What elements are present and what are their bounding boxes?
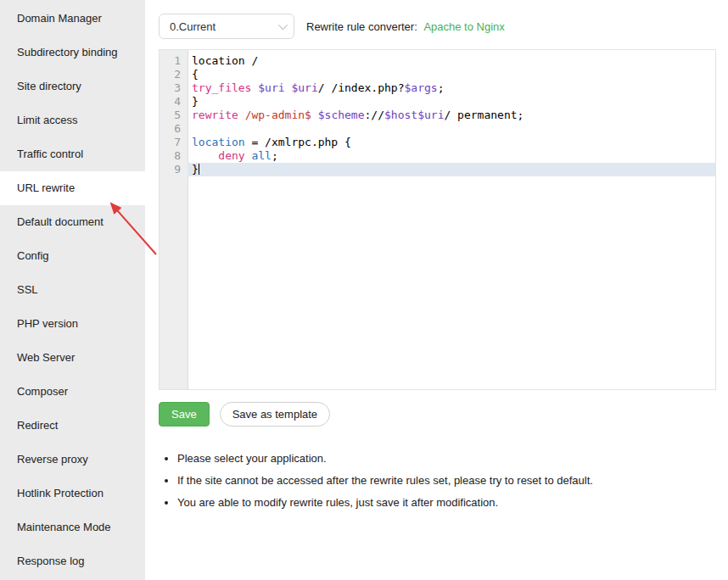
sidebar-item-url-rewrite[interactable]: URL rewrite [0, 171, 145, 205]
note-item: You are able to modify rewrite rules, ju… [177, 496, 716, 509]
sidebar-item-web-server[interactable]: Web Server [0, 341, 145, 375]
sidebar-item-traffic-control[interactable]: Traffic control [0, 137, 145, 171]
rule-version-dropdown[interactable]: 0.Current [159, 14, 294, 39]
editor-line-8[interactable]: 8 deny all; [160, 149, 715, 163]
rewrite-converter: Rewrite rule converter: Apache to Nginx [306, 20, 505, 33]
line-number: 1 [160, 54, 188, 68]
line-number: 2 [160, 68, 188, 81]
sidebar-item-default-document[interactable]: Default document [0, 205, 145, 239]
editor-line-9[interactable]: 9} [160, 163, 715, 176]
code-text: } [188, 163, 715, 176]
save-button[interactable]: Save [159, 402, 210, 427]
code-text: location / [188, 54, 715, 68]
sidebar-item-domain-manager[interactable]: Domain Manager [0, 2, 145, 36]
code-editor[interactable]: 1location /2{3try_files $uri $uri/ /inde… [159, 49, 716, 390]
sidebar-item-php-version[interactable]: PHP version [0, 307, 145, 341]
converter-label: Rewrite rule converter: [306, 20, 417, 33]
sidebar-item-maintenance-mode[interactable]: Maintenance Mode [0, 510, 145, 544]
editor-line-1[interactable]: 1location / [160, 54, 715, 68]
sidebar-item-config[interactable]: Config [0, 239, 145, 273]
code-text: rewrite /wp-admin$ $scheme://$host$uri/ … [188, 109, 715, 122]
line-number: 8 [160, 149, 188, 163]
rule-version-dropdown-value: 0.Current [170, 20, 216, 33]
sidebar-item-hotlink-protection[interactable]: Hotlink Protection [0, 477, 145, 510]
sidebar-item-composer[interactable]: Composer [0, 375, 145, 409]
main-content: 0.Current Rewrite rule converter: Apache… [145, 0, 728, 580]
editor-line-5[interactable]: 5rewrite /wp-admin$ $scheme://$host$uri/… [160, 109, 715, 122]
help-notes: Please select your application.If the si… [177, 452, 716, 509]
code-text [188, 122, 715, 136]
code-text: location = /xmlrpc.php { [188, 136, 715, 149]
editor-line-4[interactable]: 4} [160, 95, 715, 109]
sidebar-item-ssl[interactable]: SSL [0, 273, 145, 307]
sidebar-item-subdirectory-binding[interactable]: Subdirectory binding [0, 36, 145, 70]
converter-link-apache-to-nginx[interactable]: Apache to Nginx [423, 20, 504, 33]
code-text: } [188, 95, 715, 109]
note-item: If the site cannot be accessed after the… [177, 474, 716, 487]
code-text: { [188, 68, 715, 81]
sidebar-item-site-directory[interactable]: Site directory [0, 70, 145, 103]
sidebar: Domain ManagerSubdirectory bindingSite d… [0, 0, 145, 580]
editor-toolbar: 0.Current Rewrite rule converter: Apache… [159, 14, 716, 39]
line-number: 9 [160, 163, 188, 176]
line-number: 7 [160, 136, 188, 149]
code-text: deny all; [188, 149, 715, 163]
action-buttons: Save Save as template [159, 402, 716, 427]
sidebar-item-response-log[interactable]: Response log [0, 544, 145, 578]
line-number: 6 [160, 122, 188, 136]
line-number: 3 [160, 81, 188, 95]
chevron-down-icon [278, 20, 288, 30]
sidebar-item-reverse-proxy[interactable]: Reverse proxy [0, 443, 145, 477]
editor-line-7[interactable]: 7location = /xmlrpc.php { [160, 136, 715, 149]
line-number: 4 [160, 95, 188, 109]
code-text: try_files $uri $uri/ /index.php?$args; [188, 81, 715, 95]
save-as-template-button[interactable]: Save as template [220, 402, 330, 427]
editor-line-2[interactable]: 2{ [160, 68, 715, 81]
app-window: Domain ManagerSubdirectory bindingSite d… [0, 0, 728, 580]
note-item: Please select your application. [177, 452, 716, 465]
editor-line-6[interactable]: 6 [160, 122, 715, 136]
line-number: 5 [160, 109, 188, 122]
sidebar-item-limit-access[interactable]: Limit access [0, 103, 145, 137]
text-cursor [199, 164, 199, 175]
sidebar-item-redirect[interactable]: Redirect [0, 409, 145, 443]
editor-line-3[interactable]: 3try_files $uri $uri/ /index.php?$args; [160, 81, 715, 95]
